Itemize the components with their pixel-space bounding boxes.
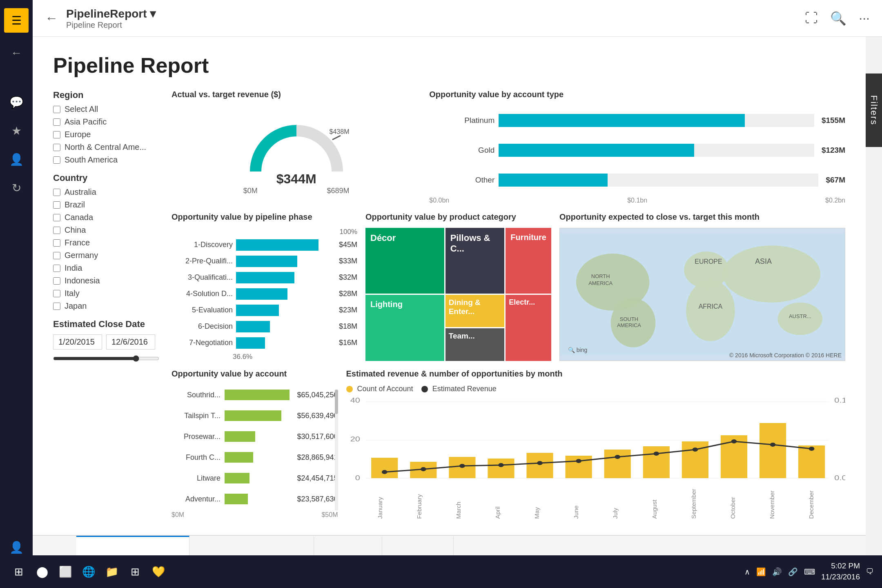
platinum-track <box>499 114 814 127</box>
taskbar-wifi-icon[interactable]: 📶 <box>756 567 766 577</box>
map-copyright: © 2016 Microsoft Corporation © 2016 HERE <box>729 352 842 359</box>
treemap-team[interactable]: Team... <box>445 328 505 361</box>
svg-text:AMERICA: AMERICA <box>617 322 641 328</box>
japan-checkbox[interactable] <box>53 303 60 310</box>
charts-area: Actual vs. target revenue ($) $438M <box>172 90 845 519</box>
month-aug: August <box>651 489 658 519</box>
taskbar-right: ∧ 📶 🔊 🔗 ⌨ 5:02 PM 11/23/2016 🗨 <box>744 561 874 582</box>
svg-text:40: 40 <box>350 396 360 404</box>
more-button[interactable]: ··· <box>859 11 870 26</box>
filters-tab[interactable]: Filters <box>866 74 882 147</box>
pipeline-bottom-pct: 36.6% <box>172 353 357 361</box>
filter-select-all[interactable]: Select All <box>53 105 159 114</box>
pipeline-row-6: 6-Decision $18M <box>172 321 357 332</box>
gold-bar <box>499 144 694 157</box>
back-button[interactable]: ← <box>45 11 58 26</box>
month-oct: October <box>729 489 736 519</box>
europe-checkbox[interactable] <box>53 131 60 138</box>
filter-south-america[interactable]: South America <box>53 155 159 165</box>
filter-germany[interactable]: Germany <box>53 251 159 260</box>
germany-checkbox[interactable] <box>53 252 60 259</box>
svg-point-46 <box>692 448 698 452</box>
acct-bar-wrap-litware <box>225 473 290 483</box>
filter-italy[interactable]: Italy <box>53 289 159 298</box>
north-central-checkbox[interactable] <box>53 144 60 151</box>
taskbar-notification-icon[interactable]: 🗨 <box>866 567 874 576</box>
date-range-slider[interactable] <box>53 355 159 362</box>
scroll-thumb[interactable] <box>335 390 338 414</box>
date-to-input[interactable] <box>106 334 155 350</box>
acct-type-row-gold: Gold $123M <box>429 144 845 157</box>
filter-asia-pacific[interactable]: Asia Pacific <box>53 117 159 127</box>
south-america-label: South America <box>65 155 118 165</box>
treemap-decor[interactable]: Décor <box>365 228 444 294</box>
filter-north-central[interactable]: North & Central Ame... <box>53 143 159 152</box>
china-checkbox[interactable] <box>53 227 60 234</box>
acct-label-adventur: Adventur... <box>172 495 220 503</box>
taskbar-search-icon[interactable]: ⬤ <box>31 561 53 582</box>
taskbar-taskview-icon[interactable]: ⬜ <box>55 561 76 582</box>
filter-brazil[interactable]: Brazil <box>53 200 159 209</box>
filter-france[interactable]: France <box>53 238 159 247</box>
svg-point-39 <box>421 467 426 471</box>
svg-text:0: 0 <box>355 474 360 481</box>
pipeline-bar-wrap-4 <box>236 288 333 300</box>
svg-text:AFRICA: AFRICA <box>699 303 723 310</box>
account-chart-title: Opportunity value by account <box>172 369 338 379</box>
favorites-icon[interactable]: ★ <box>4 118 29 143</box>
fullscreen-button[interactable]: ⛶ <box>805 11 818 26</box>
taskbar-store-icon[interactable]: ⊞ <box>125 561 146 582</box>
filter-australia[interactable]: Australia <box>53 187 159 197</box>
acct-bar-wrap-adventur <box>225 494 290 504</box>
treemap-dining[interactable]: Dining & Enter... <box>445 295 505 327</box>
search-button[interactable]: 🔍 <box>830 11 846 26</box>
treemap-pillows[interactable]: Pillows &C... <box>445 228 505 294</box>
south-america-checkbox[interactable] <box>53 156 60 164</box>
taskbar-date: 11/23/2016 <box>821 572 860 583</box>
filter-canada[interactable]: Canada <box>53 213 159 222</box>
gauge-title: Actual vs. target revenue ($) <box>172 90 421 99</box>
france-checkbox[interactable] <box>53 239 60 247</box>
brazil-checkbox[interactable] <box>53 201 60 209</box>
taskbar-edge-icon[interactable]: 🌐 <box>78 561 99 582</box>
filter-europe[interactable]: Europe <box>53 130 159 139</box>
filter-indonesia[interactable]: Indonesia <box>53 276 159 285</box>
pipeline-bar-5 <box>236 305 279 316</box>
canada-checkbox[interactable] <box>53 214 60 221</box>
italy-checkbox[interactable] <box>53 290 60 297</box>
taskbar-powerbi-icon[interactable]: 💛 <box>148 561 169 582</box>
pipeline-label-3: 3-Qualificati... <box>172 273 233 282</box>
indonesia-checkbox[interactable] <box>53 277 60 285</box>
chat-icon[interactable]: 💬 <box>4 90 29 114</box>
pipeline-label-5: 5-Evaluation <box>172 306 233 314</box>
treemap-elec[interactable]: Electr... <box>506 295 551 361</box>
taskbar-volume-icon[interactable]: 🔊 <box>772 567 782 577</box>
refresh-icon[interactable]: ↻ <box>4 176 29 200</box>
date-from-input[interactable] <box>53 334 102 350</box>
treemap-furniture[interactable]: Furniture <box>506 228 551 294</box>
filter-japan[interactable]: Japan <box>53 301 159 311</box>
map-container[interactable]: ASIA EUROPE NORTH AMERICA AFRICA SOUTH A… <box>559 228 845 361</box>
back-icon[interactable]: ← <box>4 41 29 65</box>
windows-start-icon[interactable]: ⊞ <box>8 561 29 582</box>
svg-text:20: 20 <box>350 435 360 443</box>
treemap-lighting[interactable]: Lighting <box>365 295 444 361</box>
month-feb: February <box>416 489 423 519</box>
taskbar-explorer-icon[interactable]: 📁 <box>101 561 122 582</box>
pipeline-rows: 1-Discovery $45M 2-Pre-Qualifi... <box>172 237 357 351</box>
menu-icon[interactable]: ☰ <box>4 8 29 33</box>
asia-pacific-checkbox[interactable] <box>53 118 60 126</box>
taskbar-network-icon[interactable]: 🔗 <box>788 567 798 577</box>
filter-china[interactable]: China <box>53 225 159 235</box>
filter-india[interactable]: India <box>53 263 159 273</box>
account-type-chart: Opportunity value by account type Platin… <box>429 90 845 204</box>
taskbar-clock[interactable]: 5:02 PM 11/23/2016 <box>821 561 860 582</box>
india-checkbox[interactable] <box>53 265 60 272</box>
select-all-checkbox[interactable] <box>53 106 60 113</box>
svg-point-42 <box>537 461 543 465</box>
taskbar-input-icon[interactable]: ⌨ <box>804 567 815 577</box>
people-icon[interactable]: 👤 <box>4 147 29 172</box>
taskbar-up-arrow[interactable]: ∧ <box>744 567 750 577</box>
pipeline-bar-7 <box>236 337 265 349</box>
australia-checkbox[interactable] <box>53 189 60 196</box>
